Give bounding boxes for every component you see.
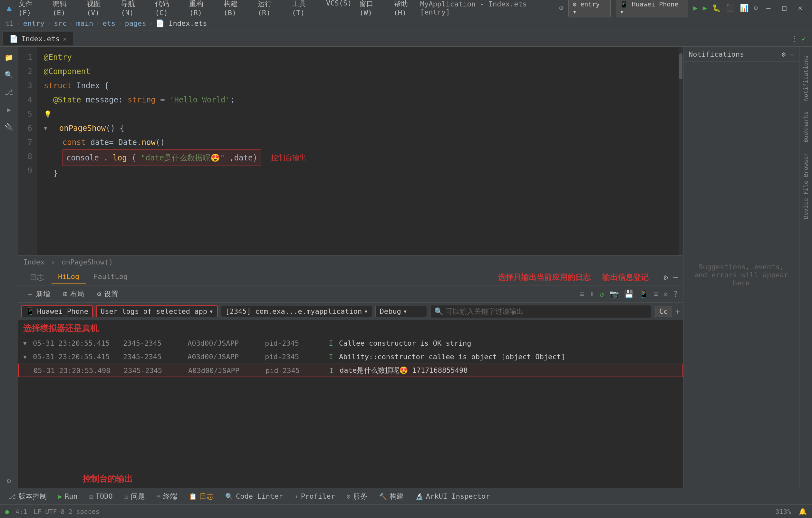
nav-index[interactable]: Index bbox=[23, 258, 45, 266]
btn-version-control[interactable]: ⎇ 版本控制 bbox=[3, 490, 52, 503]
sidebar-file-icon[interactable]: 📁 bbox=[2, 50, 16, 64]
level-filter[interactable]: Debug ▾ bbox=[375, 306, 427, 317]
build-btn[interactable]: ▶ bbox=[693, 4, 698, 12]
right-sidebar-device-file[interactable]: Device File Browser bbox=[801, 148, 810, 224]
log-entry-3[interactable]: 05-31 23:20:55.498 2345-2345 A03d00/JSAP… bbox=[18, 364, 683, 377]
status-notification-icon[interactable]: 🔔 bbox=[799, 508, 807, 515]
btn-arkui-inspector[interactable]: 🔬 ArkUI Inspector bbox=[410, 490, 495, 502]
menu-nav[interactable]: 导航(N) bbox=[121, 0, 147, 17]
scroll-thumb[interactable] bbox=[679, 54, 683, 79]
refresh-icon[interactable]: ↺ bbox=[599, 290, 604, 299]
status-zoom[interactable]: 313% bbox=[776, 508, 791, 515]
camera-icon[interactable]: 📷 bbox=[609, 290, 619, 299]
profile-btn[interactable]: 📊 bbox=[740, 4, 749, 12]
menu-help[interactable]: 帮助(H) bbox=[394, 0, 420, 17]
breadcrumb-ets[interactable]: ets bbox=[103, 19, 115, 27]
status-encoding[interactable]: LF UTF-8 2 spaces bbox=[33, 508, 99, 515]
minimize-btn[interactable]: — bbox=[763, 3, 774, 13]
case-sensitive-btn[interactable]: Cc bbox=[655, 306, 672, 317]
tab-faultlog[interactable]: FaultLog bbox=[87, 271, 134, 284]
btn-code-linter[interactable]: 🔍 Code Linter bbox=[220, 490, 288, 502]
btn-log[interactable]: 📋 日志 bbox=[184, 490, 219, 503]
tab-index-ets[interactable]: 📄 Index.ets ✕ bbox=[3, 32, 73, 45]
code-content[interactable]: @Entry @Component struct Index { @State … bbox=[37, 47, 678, 255]
breadcrumb-main[interactable]: main bbox=[76, 19, 93, 27]
btn-run[interactable]: ▶ Run bbox=[53, 490, 83, 502]
code-editor[interactable]: 1 2 3 4 5 6 7 8 9 @Entry @Component bbox=[18, 47, 683, 255]
maximize-btn[interactable]: □ bbox=[779, 3, 790, 13]
phone-icon[interactable]: 📱 bbox=[639, 290, 649, 299]
status-position[interactable]: 4:1 bbox=[16, 508, 27, 515]
menu-refactor[interactable]: 重构(R) bbox=[189, 0, 215, 17]
breadcrumb-src[interactable]: src bbox=[54, 19, 67, 27]
notifications-panel: Notifications ⚙ — Suggestions, events,an… bbox=[683, 47, 799, 488]
gear-icon[interactable]: ⚙ bbox=[559, 4, 563, 12]
menu-tools[interactable]: 工具(T) bbox=[292, 0, 318, 17]
breadcrumb-entry[interactable]: entry bbox=[23, 19, 45, 27]
right-sidebar-notifications[interactable]: Notifications bbox=[801, 50, 810, 106]
run-btn[interactable]: ▶ bbox=[703, 4, 707, 12]
right-sidebar-bookmarks[interactable]: Bookmarks bbox=[801, 106, 810, 148]
lightbulb-icon[interactable]: 💡 bbox=[44, 107, 52, 121]
log-settings-icon[interactable]: ⚙ bbox=[663, 273, 668, 282]
sidebar-settings-icon[interactable]: ⚙ bbox=[2, 474, 16, 488]
search-icon: 🔍 bbox=[434, 307, 443, 315]
nav-method[interactable]: onPageShow() bbox=[62, 258, 113, 266]
sidebar-run-debug-icon[interactable]: ▶ bbox=[2, 102, 16, 117]
menu-file[interactable]: 文件(F) bbox=[18, 0, 45, 17]
new-log-btn[interactable]: ＋ 新增 bbox=[23, 288, 54, 300]
btn-problems[interactable]: ⚠ 问题 bbox=[119, 490, 150, 503]
sidebar-plugin-icon[interactable]: 🔌 bbox=[2, 120, 16, 134]
clear-icon[interactable]: ✕ bbox=[663, 290, 668, 299]
log-minimize-icon[interactable]: — bbox=[673, 273, 678, 282]
menu-bar[interactable]: 文件(F) 编辑(E) 视图(V) 导航(N) 代码(C) 重构(R) 构建(B… bbox=[18, 0, 420, 17]
foldable-icon[interactable]: ▼ bbox=[44, 121, 47, 135]
tab-hilog[interactable]: HiLog bbox=[52, 271, 86, 284]
scroll-track[interactable] bbox=[678, 47, 683, 255]
menu-run[interactable]: 运行(R) bbox=[258, 0, 284, 17]
settings-icon[interactable]: ⚙ bbox=[754, 4, 758, 12]
notifications-minimize-icon[interactable]: — bbox=[790, 50, 794, 58]
filter-icon[interactable]: ≡ bbox=[580, 290, 584, 299]
menu-view[interactable]: 视图(V) bbox=[87, 0, 113, 17]
run-icon: ▶ bbox=[58, 492, 62, 500]
btn-terminal[interactable]: ⊟ 终端 bbox=[151, 490, 182, 503]
debug-btn[interactable]: 🐛 bbox=[712, 4, 721, 12]
btn-services[interactable]: ⚙ 服务 bbox=[342, 490, 373, 503]
menu-window[interactable]: 窗口(W) bbox=[359, 0, 386, 17]
tab-close-btn[interactable]: ✕ bbox=[63, 35, 66, 42]
breadcrumb-pages[interactable]: pages bbox=[125, 19, 146, 27]
more-options-icon[interactable]: ⋮ bbox=[791, 34, 799, 43]
layout-btn[interactable]: ⊞ 布局 bbox=[60, 288, 87, 300]
sidebar-git-icon[interactable]: ⎇ bbox=[2, 85, 16, 99]
menu-edit[interactable]: 编辑(E) bbox=[53, 0, 79, 17]
filter-add-icon[interactable]: + bbox=[675, 307, 680, 316]
app-filter[interactable]: [2345] com.exa...e.myapplication ▾ bbox=[221, 306, 372, 317]
log-entry-1[interactable]: ▼ 05-31 23:20:55.415 2345-2345 A03d00/JS… bbox=[18, 337, 683, 350]
tab-log[interactable]: 日志 bbox=[23, 271, 50, 284]
breadcrumb-t1[interactable]: t1 bbox=[5, 19, 14, 27]
entry-selector[interactable]: ⚙ entry ▾ bbox=[569, 0, 611, 18]
log-entry-2[interactable]: ▼ 05-31 23:20:55.415 2345-2345 A03d00/JS… bbox=[18, 350, 683, 364]
log-toolbar: ＋ 新增 ⊞ 布局 ⚙ 设置 ≡ ⬇ ↺ 📷 💾 bbox=[18, 285, 683, 303]
device-selector[interactable]: 📱 Huawei_Phone ▾ bbox=[616, 0, 688, 18]
download-icon[interactable]: ⬇ bbox=[590, 290, 594, 299]
sidebar-search-icon[interactable]: 🔍 bbox=[2, 68, 16, 82]
device-filter[interactable]: 📱 Huawei_Phone bbox=[21, 305, 93, 317]
btn-build[interactable]: 🔨 构建 bbox=[374, 490, 409, 503]
save-icon[interactable]: 💾 bbox=[624, 290, 634, 299]
settings-btn[interactable]: ⚙ 设置 bbox=[94, 288, 121, 300]
log-mode-filter[interactable]: User logs of selected app ▾ bbox=[96, 305, 218, 317]
lines-icon[interactable]: ≡ bbox=[654, 290, 658, 299]
notifications-settings-icon[interactable]: ⚙ bbox=[782, 50, 786, 58]
menu-build[interactable]: 构建(B) bbox=[224, 0, 250, 17]
menu-vcs[interactable]: VCS(S) bbox=[326, 0, 352, 17]
question-icon[interactable]: ? bbox=[673, 290, 678, 299]
close-btn[interactable]: ✕ bbox=[795, 3, 806, 13]
btn-profiler[interactable]: ✈ Profiler bbox=[289, 490, 340, 502]
log-search[interactable]: 🔍 可以输入关键字过滤输出 bbox=[430, 305, 652, 318]
breadcrumb-file[interactable]: 📄 Index.ets bbox=[156, 19, 207, 27]
menu-code[interactable]: 代码(C) bbox=[155, 0, 181, 17]
btn-todo[interactable]: ☑ TODO bbox=[84, 490, 118, 502]
stop-btn[interactable]: ⬛ bbox=[726, 4, 735, 12]
